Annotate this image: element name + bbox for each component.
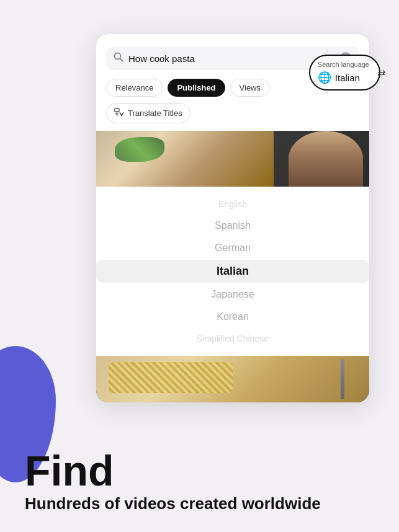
callout-oval: Search language 🌐 Italian ⇄ bbox=[309, 55, 380, 91]
lang-item-english[interactable]: English bbox=[96, 194, 369, 214]
food-image-bottom bbox=[96, 356, 369, 402]
lang-item-simplified-chinese[interactable]: Simplified Chinese bbox=[96, 329, 369, 348]
callout-language-value: Italian bbox=[335, 73, 360, 83]
lang-item-spanish[interactable]: Spanish bbox=[96, 215, 369, 236]
filter-views-button[interactable]: Views bbox=[230, 79, 270, 97]
translate-titles-label: Translate Titles bbox=[128, 109, 182, 118]
find-subtitle: Hundreds of videos created worldwide bbox=[25, 494, 374, 513]
fork-visual bbox=[341, 359, 344, 399]
translate-row: Translate Titles bbox=[96, 103, 369, 131]
callout-lang-row: 🌐 Italian ⇄ bbox=[318, 71, 360, 84]
svg-line-1 bbox=[120, 59, 123, 61]
search-language-callout: Search language 🌐 Italian ⇄ bbox=[309, 55, 380, 91]
globe-icon: 🌐 bbox=[318, 71, 331, 84]
bottom-section: Find Hundreds of videos created worldwid… bbox=[0, 437, 399, 532]
pasta-visual bbox=[109, 362, 233, 393]
language-picker: English Spanish German Italian Japanese … bbox=[96, 187, 369, 356]
filter-published-button[interactable]: Published bbox=[168, 79, 225, 97]
search-query-text: How cook pasta bbox=[128, 53, 334, 64]
filter-relevance-button[interactable]: Relevance bbox=[106, 79, 163, 97]
lang-item-korean[interactable]: Korean bbox=[96, 306, 369, 327]
callout-section-label: Search language bbox=[318, 61, 369, 68]
swap-arrows-icon: ⇄ bbox=[377, 67, 385, 79]
search-icon bbox=[114, 52, 123, 64]
person-silhouette bbox=[289, 131, 363, 187]
translate-titles-button[interactable]: Translate Titles bbox=[106, 103, 191, 123]
language-list: English Spanish German Italian Japanese … bbox=[96, 187, 369, 356]
translate-icon bbox=[114, 107, 124, 119]
lang-item-german[interactable]: German bbox=[96, 237, 369, 259]
lang-item-italian[interactable]: Italian bbox=[96, 260, 369, 283]
svg-rect-2 bbox=[115, 109, 119, 112]
find-title: Find bbox=[25, 450, 374, 492]
food-image-top bbox=[96, 131, 369, 187]
lang-item-japanese[interactable]: Japanese bbox=[96, 284, 369, 305]
food-garnish bbox=[115, 137, 164, 162]
